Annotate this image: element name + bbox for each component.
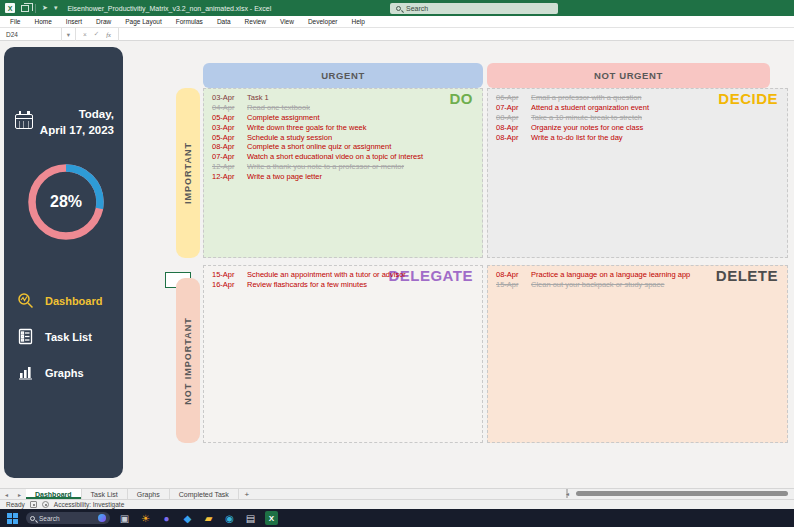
header-not-urgent: NOT URGENT [487, 63, 770, 88]
taskbar-search-box[interactable]: Search [26, 512, 110, 524]
task-date: 05-Apr [212, 133, 238, 142]
ribbon-tab-page-layout[interactable]: Page Layout [118, 16, 169, 28]
task-row[interactable]: 06-AprEmail a professor with a question [496, 93, 727, 103]
progress-donut-chart: 28% [24, 160, 108, 244]
new-sheet-button[interactable]: + [239, 489, 255, 499]
name-box[interactable]: D24 [0, 28, 62, 41]
cursor-pointer-icon[interactable]: ➤ [42, 0, 48, 16]
task-view-icon[interactable]: ▣ [118, 511, 131, 525]
sheet-scroll-left-icon[interactable]: ◂ [0, 489, 13, 499]
task-row[interactable]: 05-AprComplete assignment [212, 113, 422, 123]
header-urgent: URGENT [203, 63, 483, 88]
enter-icon[interactable]: ✓ [94, 30, 99, 38]
task-row[interactable]: 04-AprRead one textbook [212, 103, 422, 113]
ribbon-tab-review[interactable]: Review [238, 16, 273, 28]
task-row[interactable]: 08-AprOrganize your notes for one class [496, 122, 727, 132]
file-explorer-icon[interactable]: ▰ [202, 511, 215, 525]
formula-input[interactable] [118, 28, 794, 41]
task-text: Attend a student organization event [531, 103, 649, 112]
search-placeholder: Search [406, 5, 428, 12]
sidebar-item-task-list[interactable]: Task List [4, 319, 123, 355]
cancel-icon[interactable]: × [83, 31, 87, 38]
copilot-icon[interactable]: ● [160, 511, 173, 525]
task-date: 15-Apr [496, 280, 522, 289]
quadrant-delete-tasks: 08-AprPractice a language on a language … [496, 270, 727, 290]
quadrant-do: DO 03-AprTask 104-AprRead one textbook05… [203, 88, 483, 258]
start-button[interactable] [7, 513, 18, 524]
sheet-scroll-right-icon[interactable]: ▸ [13, 489, 26, 499]
excel-window: X ➤ ▾ Eisenhower_Productivitiy_Matrix_v3… [0, 0, 794, 527]
task-row[interactable]: 08-AprPractice a language on a language … [496, 270, 727, 280]
accessibility-label[interactable]: Accessibility: Investigate [54, 501, 124, 508]
snipping-tool-icon[interactable]: ▤ [244, 511, 257, 525]
edge-icon[interactable]: ◉ [223, 511, 236, 525]
task-text: Organize your notes for one class [531, 123, 643, 132]
task-row[interactable]: 05-AprSchedule a study session [212, 132, 422, 142]
ribbon-tab-formulas[interactable]: Formulas [169, 16, 210, 28]
sidebar-item-dashboard[interactable]: Dashboard [4, 283, 123, 319]
task-row[interactable]: 08-AprTake a 10 minute break to stretch [496, 113, 727, 123]
sidebar-item-label: Dashboard [45, 295, 102, 307]
titlebar-search-box[interactable]: Search [390, 3, 558, 14]
task-text: Clean out your backpack or study space [531, 280, 664, 289]
ribbon-tab-file[interactable]: File [3, 16, 27, 28]
weather-icon[interactable]: ☀ [139, 511, 152, 525]
ribbon-tab-view[interactable]: View [273, 16, 301, 28]
macro-record-icon[interactable] [30, 501, 37, 508]
ribbon-tab-draw[interactable]: Draw [89, 16, 118, 28]
task-row[interactable]: 07-AprAttend a student organization even… [496, 103, 727, 113]
magnifier-chart-icon [17, 292, 34, 311]
task-date: 08-Apr [496, 113, 522, 122]
visual-studio-icon[interactable]: ◆ [181, 511, 194, 525]
task-row[interactable]: 16-AprReview flashcards for a few minute… [212, 280, 422, 290]
quick-access-dropdown-icon[interactable]: ▾ [54, 0, 58, 16]
task-row[interactable]: 15-AprSchedule an appointment with a tut… [212, 270, 422, 280]
task-date: 07-Apr [212, 152, 238, 161]
task-text: Complete a short online quiz or assignme… [247, 142, 391, 151]
sheet-tab-task-list[interactable]: Task List [82, 489, 128, 499]
bing-ball-icon [98, 514, 106, 522]
sidebar-item-label: Graphs [45, 367, 84, 379]
task-row[interactable]: 08-AprComplete a short online quiz or as… [212, 142, 422, 152]
task-row[interactable]: 07-AprWatch a short educational video on… [212, 152, 422, 162]
calendar-icon [15, 114, 33, 129]
task-date: 08-Apr [212, 142, 238, 151]
task-text: Write a to-do list for the day [531, 133, 623, 142]
sheet-tab-completed-task[interactable]: Completed Task [170, 489, 239, 499]
task-row[interactable]: 03-AprTask 1 [212, 93, 422, 103]
sheet-tab-dashboard[interactable]: Dashboard [26, 489, 82, 499]
ribbon-tab-help[interactable]: Help [345, 16, 372, 28]
task-date: 03-Apr [212, 93, 238, 102]
task-text: Write a thank you note to a professor or… [247, 162, 404, 171]
task-text: Write down three goals for the week [247, 123, 367, 132]
hscroll-thumb[interactable] [576, 491, 788, 496]
taskbar-search-label: Search [39, 515, 60, 522]
task-row[interactable]: 12-AprWrite a thank you note to a profes… [212, 162, 422, 172]
autosave-icon[interactable] [21, 5, 29, 12]
name-box-dropdown-icon[interactable]: ▾ [62, 28, 76, 41]
accessibility-icon [42, 501, 49, 508]
taskbar-app-icons: ▣☀●◆▰◉▤X [118, 511, 278, 525]
task-row[interactable]: 15-AprClean out your backpack or study s… [496, 280, 727, 290]
ribbon-tab-developer[interactable]: Developer [301, 16, 345, 28]
insert-function-icon[interactable]: fx [106, 31, 111, 38]
task-row[interactable]: 03-AprWrite down three goals for the wee… [212, 122, 422, 132]
ribbon-tab-insert[interactable]: Insert [59, 16, 89, 28]
ribbon-tab-home[interactable]: Home [27, 16, 58, 28]
sidebar-item-graphs[interactable]: Graphs [4, 355, 123, 391]
task-text: Schedule an appointment with a tutor or … [247, 270, 406, 279]
task-row[interactable]: 12-AprWrite a two page letter [212, 171, 422, 181]
windows-taskbar: Search ▣☀●◆▰◉▤X [0, 509, 794, 527]
dashboard-sidebar: Today, April 17, 2023 28% DashboardTask … [4, 47, 123, 478]
task-text: Write a two page letter [247, 172, 322, 181]
formula-bar: D24 ▾ × ✓ fx [0, 28, 794, 41]
hscroll-left-icon[interactable]: ◂ [566, 490, 569, 497]
quadrant-decide: DECIDE 06-AprEmail a professor with a qu… [487, 88, 788, 258]
quadrant-decide-tasks: 06-AprEmail a professor with a question0… [496, 93, 727, 142]
task-date: 15-Apr [212, 270, 238, 279]
task-row[interactable]: 08-AprWrite a to-do list for the day [496, 132, 727, 142]
task-text: Task 1 [247, 93, 269, 102]
sheet-tab-graphs[interactable]: Graphs [128, 489, 170, 499]
ribbon-tab-data[interactable]: Data [210, 16, 238, 28]
excel-taskbar-icon[interactable]: X [265, 511, 278, 525]
